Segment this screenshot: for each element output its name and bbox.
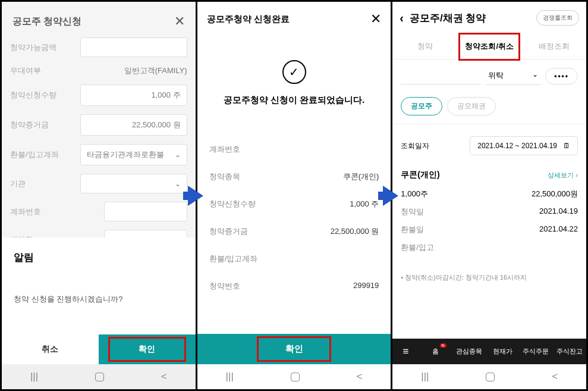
org-select[interactable]: ⌄ <box>80 174 187 193</box>
modal-sheet: 알림 청약 신청을 진행하시겠습니까? <box>2 237 196 334</box>
screen-subscription-apply: 공모주 청약신청 ✕ 청약가능금액 우대여부 일반고객(FAMILY) 청약신청… <box>2 2 196 389</box>
refund-select[interactable]: 타금융기관계좌로환불 ⌄ <box>80 144 187 165</box>
page-title: 공모주청약 신청완료 <box>207 14 290 25</box>
qty-value: 1,000주 <box>401 189 428 199</box>
customer-value: 일반고객(FAMILY) <box>124 65 187 76</box>
label-acct: 계좌번호 <box>10 207 41 217</box>
back-icon[interactable]: < <box>552 371 558 383</box>
nav-price[interactable]: 현재가 <box>486 347 519 356</box>
label: 환불/입고 <box>401 242 434 253</box>
value: 쿠콘(개인) <box>343 171 379 182</box>
close-icon[interactable]: ✕ <box>174 14 185 29</box>
label: 청약신청수량 <box>209 199 256 209</box>
modal-message: 청약 신청을 진행하시겠습니까? <box>14 294 184 305</box>
cancel-button[interactable]: 취소 <box>2 334 99 364</box>
home-icon[interactable] <box>291 373 300 381</box>
tab-lookup-cancel[interactable]: 청약조회/취소 <box>457 34 522 59</box>
label: 환불일 <box>401 224 424 235</box>
date-label: 조회일자 <box>401 141 429 151</box>
screen-subscription-lookup: ‹ 공모주/채권 청약 경쟁률조회 청약 청약조회/취소 배정조회 위탁 ⌄ •… <box>392 2 586 389</box>
tab-allocation[interactable]: 배정조회 <box>521 34 586 59</box>
back-icon[interactable]: < <box>161 371 167 383</box>
stock-name: 쿠콘(개인) <box>401 170 439 180</box>
more-button[interactable]: •••• <box>545 68 578 85</box>
system-nav: ||| < <box>2 364 196 389</box>
confirm-button[interactable]: 확인 <box>99 334 196 364</box>
page-title: 공모주 청약신청 <box>12 15 81 28</box>
label-amount: 청약가능금액 <box>10 42 56 53</box>
confirm-button[interactable]: 확인 <box>197 334 391 364</box>
detail-link[interactable]: 상세보기 › <box>548 171 578 180</box>
arrow-icon <box>188 186 203 206</box>
date-range-picker[interactable]: 2021.04.12 ~ 2021.04.19 🗓 <box>470 136 578 155</box>
page-title: 공모주/채권 청약 <box>410 11 530 25</box>
chip-bond[interactable]: 공모채권 <box>447 97 496 115</box>
label-customer: 우대여부 <box>10 65 41 76</box>
tab-subscribe[interactable]: 청약 <box>392 34 457 59</box>
nav-home[interactable]: 홈N <box>419 347 452 356</box>
deposit-value: 22,500,000 원 <box>80 114 187 136</box>
nav-order[interactable]: 주식주문 <box>519 347 552 356</box>
menu-icon[interactable]: ≡ <box>392 346 419 358</box>
label-refund: 환불/입고계좌 <box>10 149 59 160</box>
account-select[interactable] <box>401 68 481 85</box>
amount-value: 22,500,000원 <box>532 189 578 199</box>
checkmark-icon: ✓ <box>282 60 306 84</box>
value: 22,500,000 원 <box>331 226 379 237</box>
home-icon[interactable] <box>486 373 495 381</box>
calendar-icon: 🗓 <box>563 142 570 150</box>
label: 청약증거금 <box>209 226 248 237</box>
chevron-down-icon: ⌄ <box>532 70 538 81</box>
recents-icon[interactable]: ||| <box>226 371 234 383</box>
competition-rate-button[interactable]: 경쟁률조회 <box>536 10 579 26</box>
close-icon[interactable]: ✕ <box>370 11 381 27</box>
footnote: • 청약(취소)마감시간: 청약기간내 16시까지 <box>392 260 586 295</box>
back-icon[interactable]: ‹ <box>400 11 404 25</box>
name-input[interactable] <box>104 230 187 237</box>
label: 환불/입고계좌 <box>209 254 258 264</box>
nav-favorites[interactable]: 관심종목 <box>452 347 486 356</box>
label: 계좌번호 <box>209 144 240 155</box>
amount-value <box>80 37 187 57</box>
back-icon[interactable]: < <box>356 371 362 383</box>
divider <box>392 124 586 124</box>
label-qty: 청약신청수량 <box>10 90 56 101</box>
recents-icon[interactable]: ||| <box>421 371 429 383</box>
home-icon[interactable] <box>95 373 104 381</box>
system-nav: ||| < <box>197 364 391 389</box>
value: 2021.04.19 <box>539 207 578 217</box>
nav-balance[interactable]: 주식잔고 <box>553 347 586 356</box>
acct-input[interactable] <box>104 202 187 221</box>
chevron-down-icon: ⌄ <box>175 151 181 159</box>
screen-subscription-complete: 공모주청약 신청완료 ✕ ✓ 공모주청약 신청이 완료되었습니다. 계좌번호 청… <box>197 2 391 389</box>
system-nav: ||| < <box>392 364 586 389</box>
value: 2021.04.22 <box>539 224 578 235</box>
modal-title: 알림 <box>14 251 184 264</box>
label: 청약일 <box>401 207 424 217</box>
bottom-nav: ≡ 홈N 관심종목 현재가 주식주문 주식잔고 <box>392 339 586 364</box>
label-deposit: 청약증거금 <box>10 120 49 130</box>
complete-message: 공모주청약 신청이 완료되었습니다. <box>209 95 379 106</box>
label-name: 계좌명 <box>10 234 33 238</box>
value: 1,000 주 <box>350 199 379 209</box>
label: 청약번호 <box>209 281 240 292</box>
chip-stock[interactable]: 공모주 <box>401 97 442 115</box>
label: 청약종목 <box>209 171 240 182</box>
recents-icon[interactable]: ||| <box>30 371 38 383</box>
result-card: 쿠콘(개인) 상세보기 › 1,000주22,500,000원 청약일2021.… <box>392 166 586 260</box>
chevron-down-icon: ⌄ <box>175 180 181 188</box>
arrow-icon <box>383 186 398 206</box>
qty-input[interactable]: 1,000 주 <box>80 85 187 106</box>
refund-select-value: 타금융기관계좌로환불 <box>87 149 164 160</box>
value: 299919 <box>353 281 379 292</box>
label-org: 기관 <box>10 179 26 189</box>
account-type-select[interactable]: 위탁 ⌄ <box>486 67 540 85</box>
